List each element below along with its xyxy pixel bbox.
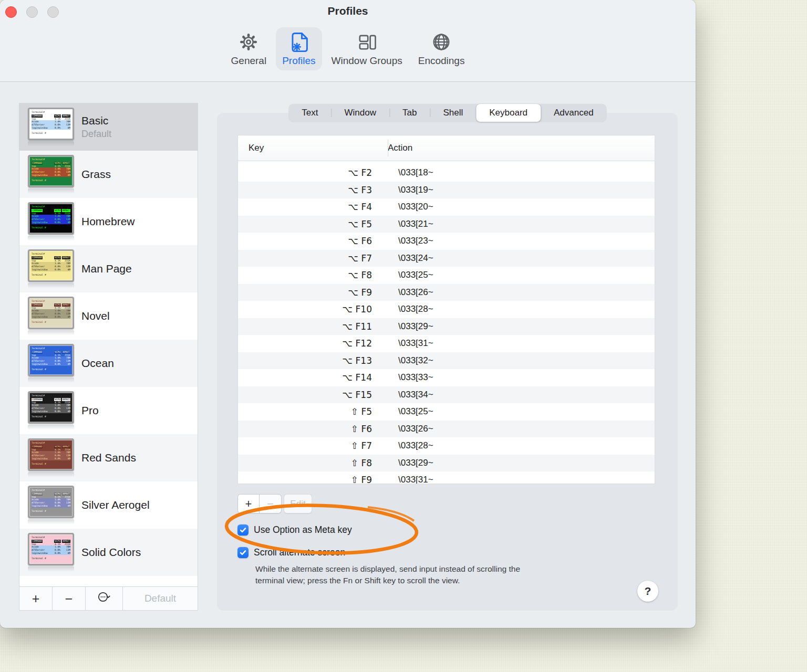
toolbar-label-encodings: Encodings — [418, 55, 465, 67]
key-mapping-row[interactable]: ⇧ F6\033[26~ — [238, 421, 655, 438]
profile-row-red-sands[interactable]: Terminal#COMMAND%CPURPRVTtop4.1%231KXcod… — [19, 434, 198, 481]
key-mapping-row[interactable]: ⌥ F8\033[25~ — [238, 267, 655, 284]
key-cell: ⌥ F11 — [238, 321, 372, 332]
default-profile-button[interactable]: Default — [123, 587, 198, 610]
scroll-alternate-screen-checkbox-row: Scroll alternate screen — [237, 547, 345, 558]
thumbnail-reflection — [28, 330, 74, 335]
tab-keyboard[interactable]: Keyboard — [476, 104, 541, 122]
toolbar-item-encodings[interactable]: Encodings — [412, 27, 471, 70]
profile-row-homebrew[interactable]: Terminal#COMMAND%CPURPRVTtop4.1%231KXcod… — [19, 198, 198, 245]
key-mapping-row[interactable]: ⌥ F3\033[19~ — [238, 182, 655, 199]
key-mapping-row[interactable]: ⇧ F9\033[31~ — [238, 471, 655, 484]
use-option-as-meta-key-label: Use Option as Meta key — [254, 524, 352, 536]
desktop-background: { "window": { "title": "Profiles" }, "to… — [0, 0, 807, 672]
key-cell: ⌥ F6 — [238, 236, 372, 246]
key-mapping-row[interactable]: ⌥ F15\033[34~ — [238, 386, 655, 404]
key-mapping-row[interactable]: ⌥ F14\033[33~ — [238, 369, 655, 386]
tab-window[interactable]: Window — [332, 104, 389, 122]
scroll-alternate-screen-label: Scroll alternate screen — [254, 547, 345, 558]
profile-row-pro[interactable]: Terminal#COMMAND%CPURPRVTtop4.1%231KXcod… — [19, 387, 198, 434]
profile-row-ocean[interactable]: Terminal#COMMAND%CPURPRVTtop4.1%231KXcod… — [19, 340, 198, 387]
profile-thumbnail: Terminal#COMMAND%CPURPRVTtop4.1%231KXcod… — [28, 344, 74, 383]
use-option-as-meta-key-checkbox[interactable] — [237, 524, 249, 536]
remove-profile-button[interactable]: − — [53, 587, 86, 610]
profile-thumbnail: Terminal#COMMAND%CPURPRVTtop4.1%231KXcod… — [28, 108, 74, 146]
key-cell: ⌥ F9 — [238, 287, 372, 298]
key-cell: ⇧ F9 — [238, 475, 372, 484]
column-header-action[interactable]: Action — [377, 143, 412, 153]
profile-thumbnail: Terminal#COMMAND%CPURPRVTtop4.1%231KXcod… — [28, 297, 74, 335]
profile-row-grass[interactable]: Terminal#COMMAND%CPURPRVTtop4.1%231KXcod… — [19, 151, 198, 198]
key-mapping-row[interactable]: ⌥ F9\033[26~ — [238, 284, 655, 301]
tab-tab[interactable]: Tab — [389, 104, 430, 122]
key-mapping-row[interactable]: ⌥ F11\033[29~ — [238, 318, 655, 335]
profile-more-options-button[interactable] — [86, 587, 123, 610]
key-mapping-row[interactable]: ⌥ F5\033[21~ — [238, 216, 655, 233]
key-cell: ⌥ F15 — [238, 390, 372, 400]
tab-advanced[interactable]: Advanced — [541, 104, 607, 122]
add-profile-button[interactable]: + — [19, 587, 53, 610]
key-mappings-table: Key Action ⌥ F2\033[18~⌥ F3\033[19~⌥ F4\… — [237, 135, 655, 484]
help-button[interactable]: ? — [637, 581, 658, 602]
profile-name: Grass — [81, 168, 111, 181]
key-cell: ⌥ F8 — [238, 270, 372, 280]
key-mapping-row[interactable]: ⌥ F10\033[28~ — [238, 301, 655, 318]
toolbar-item-general[interactable]: General — [225, 27, 273, 70]
key-cell: ⌥ F14 — [238, 372, 372, 383]
key-mapping-row[interactable]: ⌥ F4\033[20~ — [238, 198, 655, 216]
profile-row-solid-colors[interactable]: Terminal#COMMAND%CPURPRVTtop4.1%231KXcod… — [19, 529, 198, 576]
key-mapping-row[interactable]: ⌥ F12\033[31~ — [238, 335, 655, 352]
window-toolbar: Profiles General — [0, 0, 696, 82]
key-cell: ⇧ F5 — [238, 406, 372, 417]
action-cell: \033[18~ — [372, 167, 433, 178]
profile-name: Pro — [81, 404, 99, 417]
tab-text[interactable]: Text — [288, 104, 331, 122]
table-header: Key Action — [238, 135, 655, 161]
key-mapping-row[interactable]: ⇧ F7\033[28~ — [238, 437, 655, 455]
window-title: Profiles — [0, 5, 696, 17]
profile-sidebar: Terminal#COMMAND%CPURPRVTtop4.1%231KXcod… — [19, 103, 198, 611]
key-mapping-row[interactable]: ⌥ F7\033[24~ — [238, 250, 655, 267]
question-mark-icon: ? — [645, 585, 651, 597]
thumbnail-reflection — [28, 472, 74, 477]
profile-name: Ocean — [81, 357, 114, 370]
profile-name: Man Page — [81, 262, 132, 275]
column-header-key[interactable]: Key — [238, 143, 377, 153]
thumbnail-reflection — [28, 283, 74, 288]
toolbar-item-profiles[interactable]: Profiles — [276, 27, 322, 70]
globe-icon — [430, 30, 453, 54]
scroll-alternate-screen-checkbox[interactable] — [237, 547, 249, 558]
key-mapping-row[interactable]: ⌥ F6\033[23~ — [238, 233, 655, 250]
profile-row-man-page[interactable]: Terminal#COMMAND%CPURPRVTtop4.1%231KXcod… — [19, 245, 198, 292]
remove-key-button[interactable]: − — [260, 494, 282, 513]
profile-row-silver-aerogel[interactable]: Terminal#COMMAND%CPURPRVTtop4.1%231KXcod… — [19, 481, 198, 529]
thumbnail-reflection — [28, 236, 74, 241]
profile-name: Silver Aerogel — [81, 499, 150, 511]
action-cell: \033[31~ — [372, 475, 433, 484]
add-key-button[interactable]: + — [237, 494, 260, 513]
profile-thumbnail: Terminal#COMMAND%CPURPRVTtop4.1%231KXcod… — [28, 155, 74, 194]
key-mapping-row[interactable]: ⇧ F8\033[29~ — [238, 455, 655, 472]
key-mapping-row[interactable]: ⇧ F5\033[25~ — [238, 403, 655, 421]
profile-row-basic[interactable]: Terminal#COMMAND%CPURPRVTtop4.1%231KXcod… — [19, 103, 198, 151]
key-cell: ⌥ F5 — [238, 219, 372, 229]
key-cell: ⌥ F2 — [238, 167, 372, 178]
profile-row-novel[interactable]: Terminal#COMMAND%CPURPRVTtop4.1%231KXcod… — [19, 292, 198, 340]
key-mapping-row[interactable]: ⌥ F13\033[32~ — [238, 352, 655, 370]
key-mapping-row[interactable]: ⌥ F2\033[18~ — [238, 164, 655, 182]
edit-key-button[interactable]: Edit — [284, 494, 312, 513]
window-panes-icon — [355, 30, 378, 54]
action-cell: \033[33~ — [372, 372, 433, 383]
alternate-screen-help-text: While the alternate screen is displayed,… — [255, 563, 520, 586]
profile-name: Red Sands — [81, 452, 136, 464]
column-divider — [388, 140, 388, 156]
profile-name: Novel — [81, 310, 110, 322]
key-cell: ⇧ F8 — [238, 458, 372, 468]
tab-shell[interactable]: Shell — [430, 104, 476, 122]
sidebar-actions-bar: + − Default — [19, 586, 198, 611]
profile-name: Basic — [81, 114, 111, 127]
action-cell: \033[28~ — [372, 304, 433, 314]
profile-subtitle: Default — [81, 129, 111, 140]
action-cell: \033[26~ — [372, 287, 433, 298]
toolbar-item-window-groups[interactable]: Window Groups — [325, 27, 409, 70]
